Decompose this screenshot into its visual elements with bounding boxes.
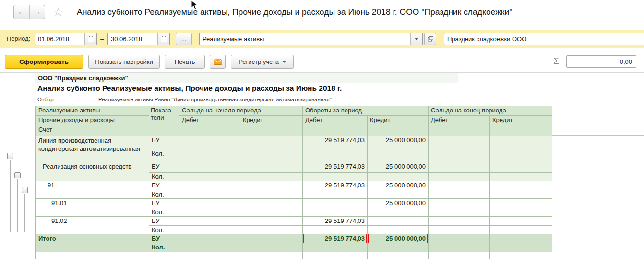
empty-cell[interactable]: [368, 252, 429, 259]
empty-cell[interactable]: [179, 252, 240, 259]
subconto-value[interactable]: Реализуемые активы: [200, 36, 410, 43]
cell-end-debit[interactable]: [429, 190, 490, 199]
cell-start-credit[interactable]: [240, 181, 303, 190]
row-name-cell[interactable]: 91.02: [36, 217, 149, 234]
cell-start-credit[interactable]: [240, 217, 303, 226]
cell-start-debit[interactable]: [179, 208, 240, 217]
cell-start-debit[interactable]: [179, 149, 240, 162]
sum-field[interactable]: 0,00: [566, 55, 636, 68]
cell-turnover-debit[interactable]: 29 519 774,03: [303, 217, 368, 226]
cell-start-credit[interactable]: [240, 243, 303, 252]
cell-end-credit[interactable]: [490, 217, 552, 226]
cell-turnover-credit[interactable]: [368, 190, 429, 199]
indicator-cell[interactable]: БУ: [149, 199, 179, 208]
date-from-input[interactable]: 01.06.2018: [35, 36, 84, 43]
cell-start-debit[interactable]: [179, 234, 240, 243]
row-name-cell[interactable]: Реализация основных средств: [36, 162, 149, 181]
tree-collapse-button[interactable]: [22, 187, 28, 193]
cell-end-debit[interactable]: [429, 208, 490, 217]
cell-end-credit[interactable]: [490, 199, 552, 208]
cell-start-credit[interactable]: [240, 173, 303, 181]
cell-turnover-credit[interactable]: 25 000 000,00: [368, 181, 429, 190]
register-button[interactable]: Регистр учета: [231, 55, 294, 69]
cell-end-debit[interactable]: [429, 173, 490, 181]
cell-start-debit[interactable]: [179, 243, 240, 252]
cell-start-debit[interactable]: [179, 162, 240, 173]
favorite-star-icon[interactable]: ☆: [53, 6, 63, 18]
cell-turnover-credit[interactable]: [368, 243, 429, 252]
cell-end-credit[interactable]: [490, 243, 552, 252]
cell-turnover-credit[interactable]: [368, 226, 429, 234]
total-turnover-credit-highlighted[interactable]: 25 000 000,00: [368, 234, 429, 243]
cell-end-credit[interactable]: [490, 173, 552, 181]
cell-end-debit[interactable]: [429, 162, 490, 173]
cell-end-credit[interactable]: [490, 208, 552, 217]
cell-turnover-credit[interactable]: [368, 149, 429, 162]
indicator-cell[interactable]: БУ: [149, 136, 179, 149]
cell-start-debit[interactable]: [179, 226, 240, 234]
generate-button[interactable]: Сформировать: [5, 55, 83, 69]
cell-end-debit[interactable]: [429, 234, 490, 243]
cell-turnover-debit[interactable]: [303, 243, 368, 252]
email-button[interactable]: [210, 55, 226, 69]
print-button[interactable]: Печать: [165, 55, 205, 69]
date-to-input[interactable]: 30.06.2018: [108, 36, 157, 43]
cell-end-credit[interactable]: [490, 181, 552, 190]
total-turnover-debit-highlighted[interactable]: 29 519 774,03: [303, 234, 368, 243]
cell-end-credit[interactable]: [490, 226, 552, 234]
period-more-button[interactable]: ...: [176, 33, 192, 45]
cell-start-credit[interactable]: [240, 136, 303, 149]
cell-turnover-debit[interactable]: 29 519 774,03: [303, 181, 368, 190]
organization-value[interactable]: Праздник сладкоежки ООО: [444, 36, 644, 43]
cell-start-debit[interactable]: [179, 199, 240, 208]
forward-button[interactable]: →: [29, 5, 45, 19]
indicator-cell[interactable]: Кол.: [149, 149, 179, 162]
cell-turnover-credit[interactable]: 25 000 000,00: [368, 136, 429, 149]
total-name-cell[interactable]: Итого: [36, 234, 149, 252]
cell-end-credit[interactable]: [490, 149, 552, 162]
cell-turnover-debit[interactable]: [303, 173, 368, 181]
cell-start-credit[interactable]: [240, 199, 303, 208]
cell-start-debit[interactable]: [179, 136, 240, 149]
empty-cell[interactable]: [303, 252, 368, 259]
cell-turnover-debit[interactable]: [303, 226, 368, 234]
cell-turnover-credit[interactable]: [368, 217, 429, 226]
tree-collapse-button[interactable]: [14, 172, 21, 178]
cell-end-debit[interactable]: [429, 243, 490, 252]
cell-start-debit[interactable]: [179, 181, 240, 190]
cell-start-debit[interactable]: [179, 190, 240, 199]
cell-end-credit[interactable]: [490, 234, 552, 243]
indicator-cell[interactable]: БУ: [149, 217, 179, 226]
cell-start-debit[interactable]: [179, 217, 240, 226]
cell-turnover-debit[interactable]: 29 519 774,03: [303, 136, 368, 149]
empty-cell[interactable]: [490, 252, 552, 259]
show-settings-button[interactable]: Показать настройки: [88, 55, 160, 69]
cell-start-credit[interactable]: [240, 208, 303, 217]
cell-end-debit[interactable]: [429, 181, 490, 190]
cell-start-credit[interactable]: [240, 162, 303, 173]
cell-turnover-debit[interactable]: [303, 149, 368, 162]
indicator-cell[interactable]: Кол.: [149, 226, 179, 234]
cell-end-debit[interactable]: [429, 136, 490, 149]
date-from-calendar-button[interactable]: [84, 33, 96, 45]
cell-end-credit[interactable]: [490, 190, 552, 199]
back-button[interactable]: ←: [14, 5, 29, 19]
empty-cell[interactable]: [36, 252, 149, 259]
cell-turnover-debit[interactable]: [303, 208, 368, 217]
subconto-dropdown-button[interactable]: [410, 33, 422, 45]
indicator-cell[interactable]: Кол.: [149, 208, 179, 217]
indicator-cell[interactable]: БУ: [149, 162, 179, 173]
empty-cell[interactable]: [240, 252, 303, 259]
subconto-open-button[interactable]: [424, 33, 436, 45]
cell-start-debit[interactable]: [179, 173, 240, 181]
cell-turnover-credit[interactable]: [368, 173, 429, 181]
indicator-cell[interactable]: БУ: [149, 234, 179, 243]
cell-start-credit[interactable]: [240, 226, 303, 234]
row-name-cell[interactable]: Линия производственная кондитерская авто…: [36, 136, 149, 162]
cell-turnover-debit[interactable]: 29 519 774,03: [303, 162, 368, 173]
cell-turnover-credit[interactable]: 25 000 000,00: [368, 162, 429, 173]
indicator-cell[interactable]: Кол.: [149, 190, 179, 199]
cell-end-credit[interactable]: [490, 162, 552, 173]
cell-end-debit[interactable]: [429, 226, 490, 234]
cell-end-debit[interactable]: [429, 217, 490, 226]
